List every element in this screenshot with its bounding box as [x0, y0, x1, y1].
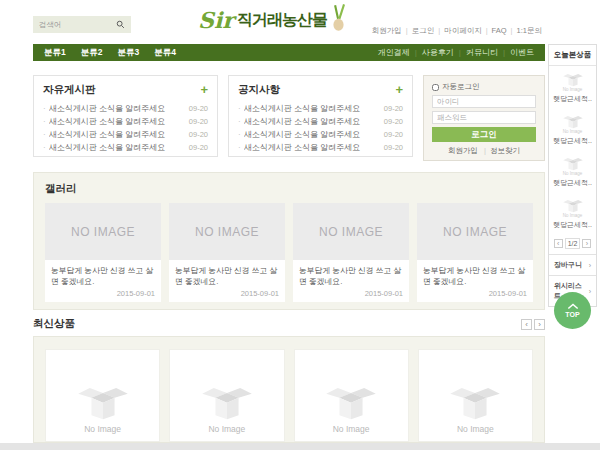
- post-title: 새소식게시판 소식을 알려주세요: [244, 128, 380, 141]
- auto-login-checkbox[interactable]: [432, 84, 439, 91]
- gallery-thumbnail: NO IMAGE: [417, 203, 533, 260]
- board-notice-more-button[interactable]: +: [395, 85, 403, 95]
- link-join[interactable]: 회원가입: [372, 26, 402, 36]
- join-link[interactable]: 회원가입: [448, 146, 478, 155]
- post-title: 새소식게시판 소식을 알려주세요: [49, 102, 185, 115]
- board-post-link[interactable]: · 새소식게시판 소식을 알려주세요 09-20: [43, 128, 208, 141]
- product-card[interactable]: No Image: [294, 349, 409, 442]
- today-product-item[interactable]: No Image 햇당근세척..: [549, 192, 596, 234]
- latest-title: 최신상품: [33, 317, 75, 331]
- gallery-card[interactable]: NO IMAGE 농부답게 농사만 신경 쓰고 살면 좋겠네요. 2015-09…: [417, 203, 533, 302]
- board-post-link[interactable]: · 새소식게시판 소식을 알려주세요 09-20: [238, 115, 403, 128]
- nav-categories: 분류1 분류2 분류3 분류4: [44, 47, 176, 59]
- page: Sir 직거래농산물 회원가입 로그인 마이페이지 FAQ 1:1문의 분류1 …: [0, 0, 600, 450]
- nav-link-community[interactable]: 커뮤니티: [454, 47, 498, 58]
- open-box-icon: [562, 114, 584, 129]
- post-title: 새소식게시판 소식을 알려주세요: [49, 141, 185, 154]
- nav-link-event[interactable]: 이벤트: [498, 47, 534, 58]
- today-page-indicator: 1/2: [565, 238, 581, 249]
- bullet-icon: ·: [43, 128, 46, 141]
- login-id-field[interactable]: [432, 95, 536, 108]
- open-box-icon: [562, 72, 584, 87]
- product-card[interactable]: No Image: [169, 349, 284, 442]
- gallery-date: 2015-09-01: [175, 289, 279, 298]
- board-post-link[interactable]: · 새소식게시판 소식을 알려주세요 09-20: [43, 141, 208, 154]
- no-image-label: No Image: [457, 424, 494, 434]
- product-name: 햇당근세척..: [551, 94, 594, 104]
- board-free-more-button[interactable]: +: [200, 85, 208, 95]
- product-name: 햇당근세척..: [551, 178, 594, 188]
- gallery-card[interactable]: NO IMAGE 농부답게 농사만 신경 쓰고 살면 좋겠네요. 2015-09…: [45, 203, 161, 302]
- product-card[interactable]: No Image: [418, 349, 533, 442]
- no-image-label: NO IMAGE: [195, 225, 259, 239]
- nav-link-payment[interactable]: 개인결제: [378, 47, 410, 58]
- gallery-card[interactable]: NO IMAGE 농부답게 농사만 신경 쓰고 살면 좋겠네요. 2015-09…: [293, 203, 409, 302]
- no-image-label: No Image: [551, 129, 594, 134]
- nav-link-reviews[interactable]: 사용후기: [410, 47, 454, 58]
- post-date: 09-20: [189, 115, 208, 128]
- spring-onion-icon: [330, 3, 347, 33]
- today-product-item[interactable]: No Image 햇당근세척..: [549, 150, 596, 192]
- board-post-link[interactable]: · 새소식게시판 소식을 알려주세요 09-20: [238, 141, 403, 154]
- board-notice-title: 공지사항: [238, 83, 280, 97]
- gallery-section: 갤러리 NO IMAGE 농부답게 농사만 신경 쓰고 살면 좋겠네요. 201…: [33, 172, 545, 310]
- bullet-icon: ·: [43, 102, 46, 115]
- no-image-label: NO IMAGE: [443, 225, 507, 239]
- board-notice: 공지사항 + · 새소식게시판 소식을 알려주세요 09-20 · 새소식게시판…: [228, 75, 413, 157]
- today-pagination: ‹ 1/2 ›: [549, 234, 596, 254]
- link-faq[interactable]: FAQ: [482, 26, 507, 36]
- cart-link[interactable]: 장바구니 ›: [549, 254, 596, 275]
- post-title: 새소식게시판 소식을 알려주세요: [244, 141, 380, 154]
- board-post-link[interactable]: · 새소식게시판 소식을 알려주세요 09-20: [238, 102, 403, 115]
- link-mypage[interactable]: 마이페이지: [434, 26, 481, 36]
- latest-header: 최신상품 ‹ ›: [33, 317, 545, 331]
- product-card[interactable]: No Image: [45, 349, 160, 442]
- latest-prev-button[interactable]: ‹: [521, 319, 532, 330]
- find-info-link[interactable]: 정보찾기: [480, 146, 520, 155]
- gallery-date: 2015-09-01: [299, 289, 403, 298]
- logo-text: 직거래농산물: [237, 10, 327, 31]
- post-date: 09-20: [384, 128, 403, 141]
- open-box-icon: [562, 156, 584, 171]
- post-title: 새소식게시판 소식을 알려주세요: [49, 115, 185, 128]
- post-date: 09-20: [189, 102, 208, 115]
- board-post-link[interactable]: · 새소식게시판 소식을 알려주세요 09-20: [43, 115, 208, 128]
- utility-links: 회원가입 로그인 마이페이지 FAQ 1:1문의: [372, 26, 542, 36]
- today-product-item[interactable]: No Image 햇당근세척..: [549, 66, 596, 108]
- post-date: 09-20: [384, 102, 403, 115]
- login-box: 자동로그인 로그인 회원가입 정보찾기: [423, 75, 545, 161]
- bullet-icon: ·: [43, 141, 46, 154]
- gallery-thumbnail: NO IMAGE: [169, 203, 285, 260]
- login-password-field[interactable]: [432, 111, 536, 124]
- nav-links: 개인결제 사용후기 커뮤니티 이벤트: [378, 47, 534, 58]
- bullet-icon: ·: [238, 141, 241, 154]
- chevron-up-icon: [567, 303, 579, 310]
- product-name: 햇당근세척..: [551, 220, 594, 230]
- link-login[interactable]: 로그인: [402, 26, 434, 36]
- link-inquiry[interactable]: 1:1문의: [507, 26, 542, 36]
- nav-category-2[interactable]: 분류2: [81, 47, 103, 59]
- today-prev-button[interactable]: ‹: [554, 239, 563, 248]
- gallery-card[interactable]: NO IMAGE 농부답게 농사만 신경 쓰고 살면 좋겠네요. 2015-09…: [169, 203, 285, 302]
- scroll-to-top-button[interactable]: TOP: [554, 292, 591, 329]
- nav-category-1[interactable]: 분류1: [44, 47, 66, 59]
- post-title: 새소식게시판 소식을 알려주세요: [244, 102, 380, 115]
- post-date: 09-20: [189, 141, 208, 154]
- bullet-icon: ·: [238, 128, 241, 141]
- nav-category-4[interactable]: 분류4: [154, 47, 176, 59]
- no-image-label: No Image: [551, 213, 594, 218]
- product-name: 햇당근세척..: [551, 136, 594, 146]
- today-next-button[interactable]: ›: [582, 239, 591, 248]
- post-date: 09-20: [384, 115, 403, 128]
- today-product-item[interactable]: No Image 햇당근세척..: [549, 108, 596, 150]
- today-products-sidebar: 오늘본상품 No Image 햇당근세척.. No Image 햇당근세척.. …: [548, 44, 597, 307]
- login-button[interactable]: 로그인: [432, 127, 536, 142]
- gallery-title: 갤러리: [45, 182, 533, 196]
- board-post-link[interactable]: · 새소식게시판 소식을 알려주세요 09-20: [43, 102, 208, 115]
- nav-category-3[interactable]: 분류3: [117, 47, 139, 59]
- board-post-link[interactable]: · 새소식게시판 소식을 알려주세요 09-20: [238, 128, 403, 141]
- post-title: 새소식게시판 소식을 알려주세요: [244, 115, 380, 128]
- auto-login-label: 자동로그인: [442, 82, 480, 92]
- latest-next-button[interactable]: ›: [534, 319, 545, 330]
- gallery-date: 2015-09-01: [423, 289, 527, 298]
